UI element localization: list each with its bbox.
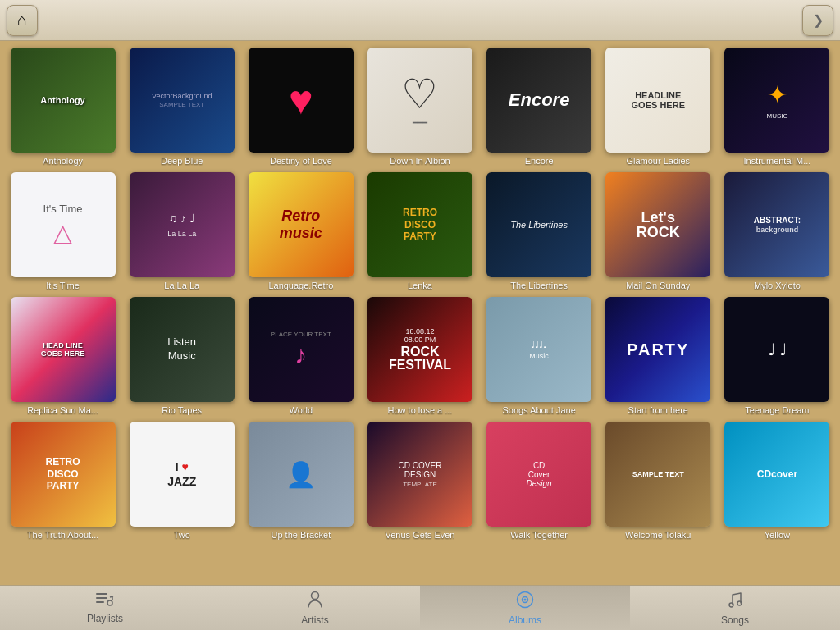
album-title-songs: Songs About Jane xyxy=(502,405,575,415)
album-item-songs[interactable]: ♩♩♩♩MusicSongs About Jane xyxy=(483,297,596,415)
albums-nav-icon xyxy=(516,591,534,612)
content-area: AnthologyAnthologyVectorBackgroundSAMPLE… xyxy=(0,41,840,585)
album-title-itstime: It's Time xyxy=(46,281,80,290)
album-title-mailsunday: Mail On Sunday xyxy=(626,281,690,290)
album-item-yellow[interactable]: CDcoverYellow xyxy=(721,422,833,540)
album-title-mylo: Mylo Xyloto xyxy=(754,281,801,290)
playlists-nav-icon xyxy=(96,592,114,610)
album-cover-upbracket: 👤 xyxy=(249,422,354,527)
album-cover-lenka: RETRODISCOPARTY xyxy=(368,172,472,277)
songs-nav-label: Songs xyxy=(721,614,749,626)
album-item-lenka[interactable]: RETRODISCOPARTYLenka xyxy=(363,172,476,290)
nav-item-songs[interactable]: Songs xyxy=(630,586,840,630)
playlists-nav-label: Playlists xyxy=(87,613,123,624)
nav-item-playlists[interactable]: Playlists xyxy=(0,586,210,630)
album-cover-language: Retromusic xyxy=(249,172,354,277)
album-cover-walk: CDCoverDesign xyxy=(486,422,591,527)
album-cover-welcome: SAMPLE TEXT xyxy=(605,422,710,527)
album-cover-howtol: 18.08.1208.00 PMROCKFESTIVAL xyxy=(368,297,472,402)
album-item-walk[interactable]: CDCoverDesignWalk Together xyxy=(483,422,596,540)
svg-line-5 xyxy=(110,596,113,597)
album-item-mylo[interactable]: ABSTRACT:backgroundMylo Xyloto xyxy=(721,172,833,290)
album-cover-songs: ♩♩♩♩Music xyxy=(486,297,591,402)
album-title-teenage: Teenage Dream xyxy=(745,405,809,415)
album-item-encore[interactable]: EncoreEncore xyxy=(483,48,596,166)
album-cover-start: PARTY xyxy=(605,297,710,402)
album-title-replica: Replica Sun Ma... xyxy=(27,405,98,415)
album-cover-deepblue: VectorBackgroundSAMPLE TEXT xyxy=(130,48,235,153)
album-item-destiny[interactable]: ♥Destiny of Love xyxy=(244,48,357,166)
chevron-right-icon: ❯ xyxy=(813,12,824,28)
albums-grid: AnthologyAnthologyVectorBackgroundSAMPLE… xyxy=(7,48,833,540)
svg-point-11 xyxy=(737,601,742,605)
album-item-world[interactable]: PLACE YOUR TEXT♪World xyxy=(244,297,357,415)
album-item-howtol[interactable]: 18.08.1208.00 PMROCKFESTIVALHow to lose … xyxy=(363,297,476,415)
header: ⌂ ❯ xyxy=(0,0,840,41)
album-cover-instrumental: ✦MUSIC xyxy=(724,48,829,153)
album-title-upbracket: Up the Bracket xyxy=(271,530,331,540)
songs-nav-icon xyxy=(728,591,742,612)
album-item-instrumental[interactable]: ✦MUSICInstrumental M... xyxy=(721,48,833,166)
album-item-rio[interactable]: ListenMusicRio Tapes xyxy=(126,297,238,415)
album-item-truth[interactable]: RETRODISCOPARTYThe Truth About... xyxy=(7,422,119,540)
album-cover-itstime: It's Time△ xyxy=(11,172,116,277)
more-button[interactable]: ❯ xyxy=(802,5,833,36)
albums-nav-label: Albums xyxy=(509,614,541,626)
album-cover-venus: CD COVERDESIGNTEMPLATE xyxy=(368,422,472,527)
album-title-world: World xyxy=(290,405,313,415)
album-item-deepblue[interactable]: VectorBackgroundSAMPLE TEXTDeep Blue xyxy=(126,48,238,166)
svg-point-10 xyxy=(729,603,733,607)
album-item-start[interactable]: PARTYStart from here xyxy=(602,297,714,415)
album-title-venus: Venus Gets Even xyxy=(385,530,454,540)
album-cover-mailsunday: Let'sROCK xyxy=(605,172,710,277)
album-cover-replica: HEAD LINEGOES HERE xyxy=(11,297,116,402)
album-title-destiny: Destiny of Love xyxy=(270,156,332,166)
album-cover-truth: RETRODISCOPARTY xyxy=(11,422,116,527)
album-item-mailsunday[interactable]: Let'sROCKMail On Sunday xyxy=(602,172,714,290)
album-item-lalala[interactable]: ♫ ♪ ♩La La LaLa La La xyxy=(126,172,238,290)
svg-rect-0 xyxy=(96,593,107,595)
album-title-yellow: Yellow xyxy=(765,530,790,540)
album-item-libertines[interactable]: The LibertinesThe Libertines xyxy=(483,172,596,290)
album-cover-mylo: ABSTRACT:background xyxy=(724,172,829,277)
footer-nav: Playlists Artists Albums Songs xyxy=(0,585,840,630)
album-item-replica[interactable]: HEAD LINEGOES HEREReplica Sun Ma... xyxy=(7,297,119,415)
album-cover-encore: Encore xyxy=(486,48,591,153)
svg-point-9 xyxy=(524,598,527,600)
album-title-anthology: Anthology xyxy=(43,156,83,166)
nav-item-albums[interactable]: Albums xyxy=(420,586,630,630)
album-item-anthology[interactable]: AnthologyAnthology xyxy=(7,48,119,166)
album-cover-lalala: ♫ ♪ ♩La La La xyxy=(130,172,235,277)
album-title-libertines: The Libertines xyxy=(510,281,568,290)
album-cover-rio: ListenMusic xyxy=(130,297,235,402)
svg-point-6 xyxy=(312,591,319,599)
album-title-instrumental: Instrumental M... xyxy=(743,156,810,166)
album-item-teenage[interactable]: ♩ ♩Teenage Dream xyxy=(721,297,833,415)
album-title-start: Start from here xyxy=(628,405,688,415)
album-item-language[interactable]: RetromusicLanguage.Retro xyxy=(244,172,357,290)
svg-rect-2 xyxy=(96,601,104,603)
album-title-walk: Walk Together xyxy=(510,530,568,540)
back-button[interactable]: ⌂ xyxy=(7,5,38,36)
album-title-rio: Rio Tapes xyxy=(162,405,202,415)
album-item-two[interactable]: I ♥JAZZTwo xyxy=(126,422,238,540)
album-item-itstime[interactable]: It's Time△It's Time xyxy=(7,172,119,290)
album-item-upbracket[interactable]: 👤Up the Bracket xyxy=(244,422,357,540)
album-title-language: Language.Retro xyxy=(268,281,333,290)
svg-point-3 xyxy=(107,600,112,605)
album-cover-anthology: Anthology xyxy=(11,48,116,153)
album-cover-libertines: The Libertines xyxy=(486,172,591,277)
artists-nav-icon xyxy=(308,591,322,612)
album-cover-teenage: ♩ ♩ xyxy=(724,297,829,402)
album-item-glamour[interactable]: HEADLINEGOES HEREGlamour Ladies xyxy=(602,48,714,166)
album-item-venus[interactable]: CD COVERDESIGNTEMPLATEVenus Gets Even xyxy=(363,422,476,540)
album-item-downalbion[interactable]: ♡━━━Down In Albion xyxy=(363,48,476,166)
nav-item-artists[interactable]: Artists xyxy=(210,586,420,630)
album-cover-destiny: ♥ xyxy=(249,48,354,153)
svg-rect-1 xyxy=(96,597,107,599)
album-item-welcome[interactable]: SAMPLE TEXTWelcome Tolaku xyxy=(602,422,714,540)
album-title-truth: The Truth About... xyxy=(27,530,98,540)
home-icon: ⌂ xyxy=(17,11,27,30)
album-cover-world: PLACE YOUR TEXT♪ xyxy=(249,297,354,402)
album-title-two: Two xyxy=(174,530,190,540)
